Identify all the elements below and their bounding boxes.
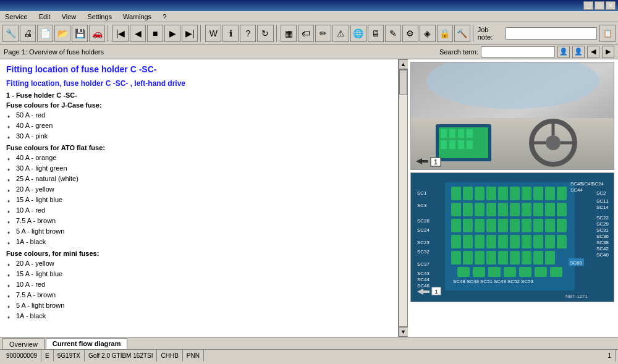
job-note-button[interactable]: 📋 [599,25,616,42]
menu-warnings[interactable]: Warnings [121,12,154,21]
toolbar-btn-misc[interactable]: ◈ [420,25,436,42]
svg-rect-47 [498,219,508,232]
list-item: 7.5 A - brown [16,290,392,300]
nav-prev-btn[interactable]: ◀ [587,46,599,58]
toolbar-btn-save[interactable]: 💾 [72,25,88,42]
svg-rect-40 [533,203,543,216]
toolbar-btn-car[interactable]: 🚗 [89,25,105,42]
toolbar-btn-grid[interactable]: ▦ [281,25,297,42]
toolbar-btn-pencil[interactable]: ✎ [385,25,401,42]
toolbar-btn-screen[interactable]: 🖥 [368,25,384,42]
svg-rect-36 [486,203,496,216]
maximize-button[interactable]: □ [595,1,604,10]
toolbar-btn-prev[interactable]: ◀ [130,25,146,42]
toolbar-btn-refresh[interactable]: ↻ [257,25,273,42]
toolbar-btn-question[interactable]: ? [240,25,256,42]
toolbar-btn-next[interactable]: ▶ [164,25,180,42]
menu-edit[interactable]: Edit [36,12,53,21]
svg-rect-29 [522,187,531,200]
svg-text:SC2: SC2 [596,190,606,196]
svg-rect-17 [467,140,473,149]
toolbar-btn-edit2[interactable]: ✏ [315,25,331,42]
search-input[interactable] [481,46,555,57]
toolbar-btn-home[interactable]: 🔧 [2,25,19,42]
list-item: 15 A - light blue [16,269,392,279]
toolbar-btn-stop[interactable]: ■ [147,25,163,42]
svg-text:SC44: SC44 [417,277,430,282]
toolbar-btn-globe[interactable]: 🌐 [350,25,366,42]
toolbar-btn-first[interactable]: |◀ [112,25,129,42]
list-item: 1A - black [16,311,392,321]
toolbar-btn-tag[interactable]: 🏷 [298,25,314,42]
title-bar: _ □ ✕ [0,0,618,11]
tab-overview[interactable]: Overview [2,338,44,349]
close-button[interactable]: ✕ [606,1,616,10]
toolbar-btn-last[interactable]: ▶| [182,25,198,42]
list-item: 25 A - natural (white) [16,174,392,184]
svg-text:SC11: SC11 [596,198,609,204]
svg-rect-25 [475,187,485,200]
svg-text:1: 1 [434,159,438,166]
svg-rect-76 [519,267,531,277]
svg-rect-41 [545,203,555,216]
svg-rect-42 [557,203,567,216]
toolbar-btn-new[interactable]: 📄 [37,25,53,42]
svg-rect-69 [522,251,531,265]
scrollbar-track[interactable] [399,69,408,327]
svg-rect-70 [533,251,543,265]
svg-text:SC32: SC32 [417,249,430,255]
scrollbar-vertical[interactable]: ▲ ▼ [398,59,408,337]
scroll-up-button[interactable]: ▲ [399,59,408,69]
svg-rect-50 [533,219,543,232]
svg-text:SC51: SC51 [480,279,493,284]
svg-rect-51 [545,219,555,232]
svg-rect-33 [451,203,461,216]
svg-rect-24 [463,187,473,200]
svg-rect-53 [451,235,461,248]
toolbar-btn-config[interactable]: ⚙ [402,25,418,42]
svg-text:SC24: SC24 [417,227,430,233]
svg-text:SC52: SC52 [507,279,520,284]
nav-next-btn[interactable]: ▶ [602,46,614,58]
svg-rect-56 [486,235,496,248]
toolbar-btn-info[interactable]: ℹ [222,25,239,42]
svg-rect-67 [498,251,508,265]
list-item: 20 A - yellow [16,258,392,269]
scrollbar-thumb[interactable] [399,70,407,95]
status-page: 1 [604,350,616,362]
toolbar-btn-tools[interactable]: 🔨 [454,25,470,42]
search-label: Search term: [439,48,478,56]
mini-heading: Fuse colours, for mini fuses: [6,250,392,257]
toolbar-btn-lock[interactable]: 🔒 [437,25,453,42]
job-note-input[interactable] [506,27,597,40]
svg-text:SC48: SC48 [467,279,480,284]
svg-rect-62 [557,235,567,248]
svg-text:SC29: SC29 [596,221,609,227]
status-field2: 5G19TX [54,350,85,362]
svg-text:SC24: SC24 [591,181,604,187]
list-item: 15 A - light blue [16,195,392,205]
svg-text:SC1: SC1 [417,190,427,196]
menu-settings[interactable]: Settings [85,12,114,21]
svg-rect-46 [486,219,496,232]
toolbar-btn-open[interactable]: 📂 [54,25,70,42]
toolbar-btn-print[interactable]: 🖨 [20,25,36,42]
svg-rect-14 [441,140,447,149]
fuse-diagram: SC45 SC44 SC40 SC24 SC2 SC11 SC14 SC22 S… [410,172,614,302]
toolbar-separator-3 [276,25,279,42]
tab-current-flow[interactable]: Current flow diagram [46,338,128,349]
minimize-button[interactable]: _ [583,1,593,10]
menu-help[interactable]: ? [160,12,169,21]
menu-view[interactable]: View [59,12,79,21]
search-person-btn[interactable]: 👤 [557,46,570,58]
svg-point-4 [546,135,561,150]
scroll-down-button[interactable]: ▼ [399,327,408,337]
svg-text:SC48: SC48 [453,279,466,284]
menu-service[interactable]: Service [2,12,30,21]
toolbar-btn-info2[interactable]: W [205,25,221,42]
title-bar-controls: _ □ ✕ [583,1,616,10]
search-person2-btn[interactable]: 👤 [572,46,585,58]
svg-rect-54 [463,235,473,248]
svg-rect-30 [533,187,543,200]
toolbar-btn-alert[interactable]: ⚠ [332,25,349,42]
